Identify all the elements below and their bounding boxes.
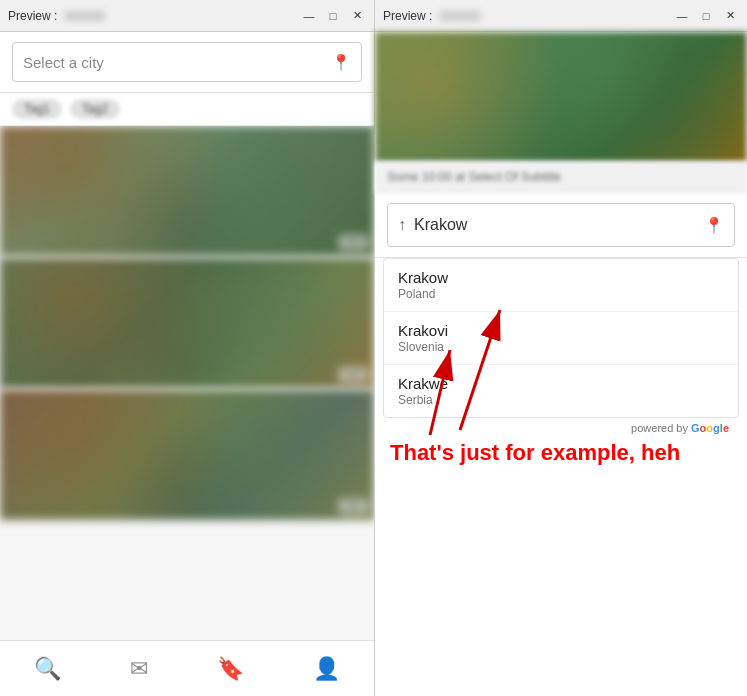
card-price-3: ### [339, 499, 368, 514]
right-search-box[interactable]: ↑ Krakow 📍 [387, 203, 735, 247]
country-krakow: Poland [398, 287, 724, 301]
tag-2[interactable]: Tag2 [70, 99, 120, 119]
dropdown-results: Krakow Poland Krakovi Slovenia Krakwe Se… [383, 258, 739, 418]
blurred-card-2: ### [0, 258, 374, 388]
city-name-krakwe: Krakwe [398, 375, 724, 392]
google-logo-text: Google [691, 422, 729, 434]
tags-row: Tag1 Tag2 [0, 93, 374, 126]
profile-icon: 👤 [313, 656, 340, 682]
up-arrow-icon: ↑ [398, 216, 406, 234]
bookmark-icon: 🔖 [217, 656, 244, 682]
blurred-card-3: ### [0, 390, 374, 520]
nav-mail[interactable]: ✉ [114, 650, 164, 688]
content-area: ### ### ### [0, 126, 374, 640]
mail-icon: ✉ [130, 656, 148, 682]
right-window-controls: — □ ✕ [673, 7, 739, 25]
right-title-text: Preview : [383, 9, 432, 23]
search-box[interactable]: 📍 [12, 42, 362, 82]
right-title-bar: Preview : — □ ✕ [375, 0, 747, 32]
location-icon[interactable]: 📍 [331, 53, 351, 72]
right-location-icon[interactable]: 📍 [704, 216, 724, 235]
left-window: Preview : — □ ✕ 📍 Tag1 Tag2 ### ### [0, 0, 375, 696]
nav-search[interactable]: 🔍 [18, 650, 77, 688]
left-title-bar: Preview : — □ ✕ [0, 0, 374, 32]
right-main-content: ↑ Krakow 📍 Krakow Poland Krakovi Sloveni… [375, 193, 747, 696]
country-krakovi: Slovenia [398, 340, 724, 354]
right-maximize-button[interactable]: □ [697, 7, 715, 25]
right-title-label: Preview : [383, 9, 673, 23]
card-price-1: ### [339, 235, 368, 250]
dropdown-item-krakovi[interactable]: Krakovi Slovenia [384, 312, 738, 365]
tag-1[interactable]: Tag1 [12, 99, 62, 119]
cards-list: ### ### ### [0, 126, 374, 522]
card-price-2: ### [339, 367, 368, 382]
left-window-controls: — □ ✕ [300, 7, 366, 25]
subtitle-text: Some 10:00 at Select Of Subtitle [387, 170, 561, 184]
bottom-nav: 🔍 ✉ 🔖 👤 [0, 640, 374, 696]
right-top-image [375, 32, 747, 162]
powered-by-google: powered by Google [383, 418, 739, 438]
search-area: 📍 [0, 32, 374, 93]
search-input[interactable] [23, 54, 331, 71]
right-window: Preview : — □ ✕ Some 10:00 at Select Of … [375, 0, 747, 696]
dropdown-item-krakow[interactable]: Krakow Poland [384, 259, 738, 312]
country-krakwe: Serbia [398, 393, 724, 407]
nav-profile[interactable]: 👤 [297, 650, 356, 688]
maximize-button[interactable]: □ [324, 7, 342, 25]
right-minimize-button[interactable]: — [673, 7, 691, 25]
dropdown-item-krakwe[interactable]: Krakwe Serbia [384, 365, 738, 417]
right-close-button[interactable]: ✕ [721, 7, 739, 25]
city-name-krakovi: Krakovi [398, 322, 724, 339]
city-name-krakow: Krakow [398, 269, 724, 286]
search-icon: 🔍 [34, 656, 61, 682]
nav-bookmarks[interactable]: 🔖 [201, 650, 260, 688]
blurred-card-1: ### [0, 126, 374, 256]
subtitle-bar: Some 10:00 at Select Of Subtitle [375, 162, 747, 193]
close-button[interactable]: ✕ [348, 7, 366, 25]
right-search-area: ↑ Krakow 📍 [375, 193, 747, 258]
minimize-button[interactable]: — [300, 7, 318, 25]
left-title-label: Preview : [8, 9, 300, 23]
right-search-value: Krakow [414, 216, 704, 234]
left-title-text: Preview : [8, 9, 57, 23]
